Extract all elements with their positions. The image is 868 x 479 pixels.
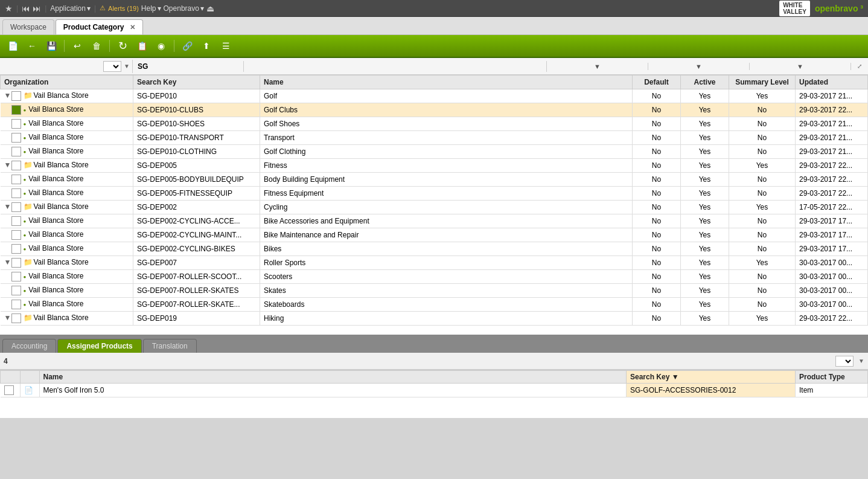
- star-icon[interactable]: ★: [5, 4, 13, 13]
- logout-icon[interactable]: ⏏: [206, 4, 214, 13]
- cell-summary: Yes: [729, 159, 796, 173]
- refresh-button[interactable]: ↻: [115, 38, 130, 54]
- btab-assigned-products[interactable]: Assigned Products: [57, 339, 141, 353]
- table-row[interactable]: ▼📁Vail Blanca StoreSG-DEP007Roller Sport…: [1, 256, 868, 270]
- table-row[interactable]: ●Vail Blanca StoreSG-DEP005-BODYBUILDEQU…: [1, 173, 868, 187]
- row-checkbox[interactable]: [11, 230, 21, 240]
- row-checkbox[interactable]: [11, 188, 21, 198]
- row-checkbox[interactable]: [11, 147, 21, 156]
- table-row[interactable]: ●Vail Blanca StoreSG-DEP007-ROLLER-SKATE…: [1, 284, 868, 298]
- nav-first-icon[interactable]: ⏮: [22, 4, 30, 13]
- cell-key: SG-DEP007: [133, 256, 260, 270]
- tab-workspace[interactable]: Workspace: [2, 19, 54, 34]
- table-row[interactable]: ●Vail Blanca StoreSG-DEP002-CYCLING-ACCE…: [1, 214, 868, 228]
- table-row[interactable]: ●Vail Blanca StoreSG-DEP010-TRANSPORTTra…: [1, 131, 868, 145]
- btab-accounting[interactable]: Accounting: [2, 339, 56, 353]
- table-row[interactable]: ●Vail Blanca StoreSG-DEP002-CYCLING-MAIN…: [1, 228, 868, 242]
- sub-table-row[interactable]: 📄Men's Golf Iron 5.0SG-GOLF-ACCESSORIES-…: [1, 384, 868, 397]
- nav-icon[interactable]: ⏭: [33, 4, 41, 13]
- columns-button[interactable]: ☰: [218, 38, 234, 54]
- link-button[interactable]: 🔗: [179, 38, 195, 54]
- row-toggle-icon[interactable]: ▼: [4, 258, 11, 266]
- row-checkbox[interactable]: [11, 244, 21, 254]
- openbravo-menu[interactable]: Openbravo ▾: [164, 4, 204, 13]
- cell-summary: Yes: [729, 256, 796, 270]
- col-header-updated: Updated: [796, 76, 868, 89]
- sub-cell-select[interactable]: [1, 384, 21, 397]
- row-checkbox[interactable]: [11, 216, 21, 226]
- export-button[interactable]: ⬆: [199, 38, 214, 54]
- sub-col-select: [1, 371, 21, 384]
- alerts-menu[interactable]: Alerts (19): [108, 5, 139, 12]
- default-filter-dropdown[interactable]: ▼: [594, 63, 601, 70]
- row-checkbox[interactable]: [11, 286, 21, 295]
- name-filter-input[interactable]: [244, 61, 546, 72]
- row-checkbox[interactable]: [11, 161, 21, 170]
- alerts-icon: ⚠: [100, 4, 106, 12]
- sub-grid-wrapper: Name Search Key ▼ Product Type 📄Men's Go…: [0, 370, 868, 418]
- row-checkbox[interactable]: [11, 105, 21, 115]
- table-row[interactable]: ▼📁Vail Blanca StoreSG-DEP019HikingNoYesY…: [1, 312, 868, 326]
- table-row[interactable]: ●Vail Blanca StoreSG-DEP010-SHOESGolf Sh…: [1, 117, 868, 131]
- sub-row-checkbox[interactable]: [4, 385, 14, 395]
- table-row[interactable]: ▼📁Vail Blanca StoreSG-DEP005FitnessNoYes…: [1, 159, 868, 173]
- sub-cell-type: Item: [796, 384, 868, 397]
- row-checkbox[interactable]: [11, 272, 21, 281]
- table-row[interactable]: ●Vail Blanca StoreSG-DEP002-CYCLING-BIKE…: [1, 242, 868, 256]
- cell-summary: No: [729, 187, 796, 201]
- table-row[interactable]: ●Vail Blanca StoreSG-DEP010-CLOTHINGGolf…: [1, 145, 868, 159]
- sub-dropdown-icon[interactable]: ▼: [858, 358, 864, 364]
- table-row[interactable]: ●Vail Blanca StoreSG-DEP005-FITNESSEQUIP…: [1, 187, 868, 201]
- cell-org: ●Vail Blanca Store: [1, 103, 133, 117]
- cell-org: ▼📁Vail Blanca Store: [1, 312, 133, 326]
- cell-default: No: [633, 270, 681, 284]
- table-row[interactable]: ▼📁Vail Blanca StoreSG-DEP010GolfNoYesYes…: [1, 89, 868, 103]
- summary-filter-dropdown[interactable]: ▼: [797, 63, 803, 70]
- clipboard-button[interactable]: 📋: [134, 38, 150, 54]
- row-checkbox[interactable]: [11, 258, 21, 268]
- cell-summary: No: [729, 270, 796, 284]
- cell-org: ▼📁Vail Blanca Store: [1, 256, 133, 270]
- row-checkbox[interactable]: [11, 119, 21, 129]
- row-toggle-icon[interactable]: ▼: [4, 313, 11, 322]
- row-checkbox[interactable]: [11, 202, 21, 212]
- cell-updated: 30-03-2017 00...: [796, 256, 868, 270]
- btab-translation[interactable]: Translation: [143, 339, 197, 353]
- cell-name: Golf Clubs: [260, 103, 633, 117]
- row-checkbox[interactable]: [11, 175, 21, 184]
- new-button[interactable]: 📄: [5, 38, 21, 54]
- sub-col-search-key[interactable]: Search Key ▼: [627, 371, 796, 384]
- filter-resize-icon[interactable]: ⤢: [857, 63, 862, 69]
- save-button[interactable]: 💾: [43, 38, 59, 54]
- tab-product-category[interactable]: Product Category ✕: [56, 19, 143, 34]
- table-row[interactable]: ●Vail Blanca StoreSG-DEP007-ROLLER-SCOOT…: [1, 270, 868, 284]
- row-toggle-icon[interactable]: ▼: [4, 161, 11, 169]
- row-checkbox[interactable]: [11, 91, 21, 101]
- sub-col-name: Name: [39, 371, 627, 384]
- application-menu[interactable]: Application ▾: [50, 4, 91, 13]
- delete-button[interactable]: 🗑: [89, 38, 104, 54]
- undo-button[interactable]: ↩: [69, 38, 85, 54]
- tab-close-icon[interactable]: ✕: [130, 24, 135, 31]
- table-row[interactable]: ●Vail Blanca StoreSG-DEP010-CLUBSGolf Cl…: [1, 103, 868, 117]
- search-input[interactable]: [138, 62, 238, 71]
- cell-default: No: [633, 131, 681, 145]
- help-menu[interactable]: Help ▾: [141, 4, 161, 13]
- active-filter-dropdown[interactable]: ▼: [695, 63, 702, 70]
- filter-search-cell: [133, 61, 244, 72]
- cell-org-text: Vail Blanca Store: [34, 313, 89, 322]
- back-button[interactable]: ←: [24, 38, 40, 54]
- org-filter-select[interactable]: [103, 61, 121, 72]
- filter-button[interactable]: ◉: [153, 38, 169, 54]
- table-row[interactable]: ▼📁Vail Blanca StoreSG-DEP002CyclingNoYes…: [1, 201, 868, 214]
- cell-name: Golf: [260, 89, 633, 103]
- filter-name-cell: [244, 61, 547, 72]
- row-checkbox[interactable]: [11, 300, 21, 309]
- row-toggle-icon[interactable]: ▼: [4, 91, 11, 100]
- table-row[interactable]: ●Vail Blanca StoreSG-DEP007-ROLLER-SKATE…: [1, 298, 868, 312]
- sub-filter-select[interactable]: [835, 356, 854, 367]
- row-checkbox[interactable]: [11, 313, 21, 323]
- row-checkbox[interactable]: [11, 133, 21, 143]
- row-toggle-icon[interactable]: ▼: [4, 202, 11, 211]
- cell-name: Bike Maintenance and Repair: [260, 228, 633, 242]
